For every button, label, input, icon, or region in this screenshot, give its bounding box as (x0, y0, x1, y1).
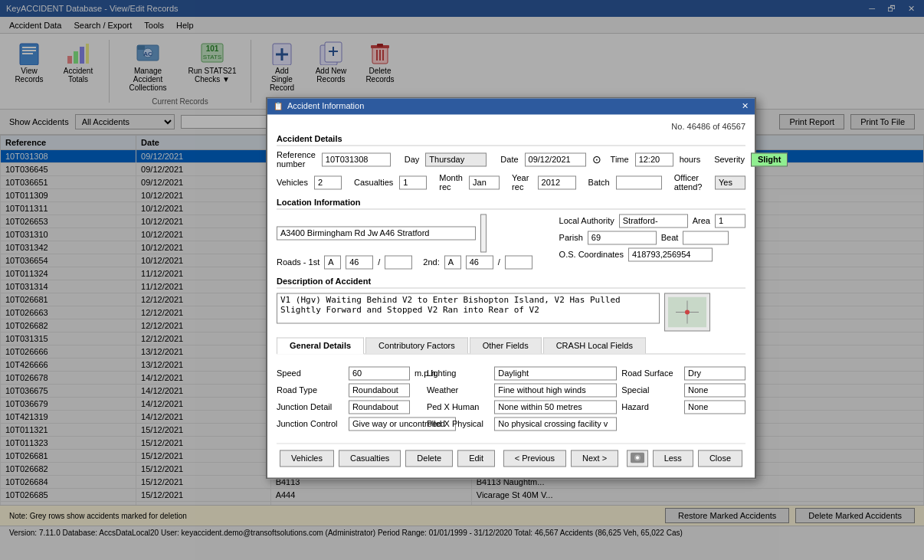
weather-label: Weather (427, 385, 490, 395)
address-scrollbar[interactable] (480, 214, 487, 252)
location-header: Location Information (277, 198, 745, 209)
local-auth-label: Local Authority (559, 216, 614, 225)
speed-input[interactable] (349, 366, 410, 380)
delete-button[interactable]: Delete (405, 450, 453, 467)
ped-x-physical-label: Ped X Physical (427, 419, 490, 428)
ped-x-human-input[interactable] (494, 400, 617, 414)
time-input[interactable] (635, 152, 673, 166)
month-rec-input[interactable] (469, 175, 500, 189)
month-rec-label: Month rec (439, 173, 463, 192)
batch-input[interactable] (616, 175, 662, 189)
vehicles-label: Vehicles (277, 178, 308, 187)
day-input[interactable] (425, 152, 487, 166)
tab-other-fields[interactable]: Other Fields (470, 337, 542, 353)
general-details-content: Speed m.p.h. Lighting Road Surface Road … (277, 360, 745, 437)
hazard-label: Hazard (621, 402, 680, 411)
previous-button[interactable]: < Previous (503, 450, 566, 467)
speed-label: Speed (277, 368, 344, 378)
casualties-button[interactable]: Casualties (339, 450, 401, 467)
tab-contributory-factors[interactable]: Contributory Factors (365, 337, 468, 353)
at-symbol: ⊙ (592, 153, 601, 165)
tab-crash-local[interactable]: CRASH Local Fields (543, 337, 646, 353)
road-2nd-num[interactable] (466, 255, 493, 269)
parish-input[interactable] (588, 231, 657, 244)
severity-label: Severity (714, 155, 745, 164)
tab-general-details[interactable]: General Details (277, 337, 364, 354)
weather-input[interactable] (494, 383, 617, 397)
lighting-input[interactable] (494, 366, 617, 380)
modal-overlay[interactable]: 📋 Accident Information ✕ No. 46486 of 46… (0, 0, 924, 539)
map-thumbnail[interactable] (664, 293, 710, 331)
speed-unit: m.p.h. (414, 368, 422, 378)
accident-modal: 📋 Accident Information ✕ No. 46486 of 46… (266, 97, 756, 479)
vehicles-input[interactable] (314, 175, 342, 189)
reference-input[interactable] (322, 152, 391, 166)
svg-point-34 (636, 456, 639, 459)
ped-x-physical-input[interactable] (494, 417, 617, 431)
os-input[interactable] (628, 247, 713, 261)
junction-detail-label: Junction Detail (277, 402, 344, 411)
road-1st-a[interactable] (324, 255, 341, 269)
road-surface-input[interactable] (684, 366, 745, 380)
local-auth-input[interactable] (619, 214, 688, 228)
day-label: Day (405, 155, 420, 164)
special-input[interactable] (684, 383, 745, 397)
road-2nd-a[interactable] (444, 255, 461, 269)
road-type-label: Road Type (277, 385, 344, 395)
hazard-input[interactable] (684, 400, 745, 414)
casualties-label: Casualties (354, 178, 393, 187)
date-input[interactable] (525, 152, 586, 166)
time-label: Time (611, 155, 629, 164)
road-1st-num[interactable] (346, 255, 373, 269)
beat-label: Beat (661, 233, 679, 242)
modal-title-bar: 📋 Accident Information ✕ (267, 98, 755, 114)
casualties-input[interactable] (399, 175, 427, 189)
accident-details-header: Accident Details (277, 134, 745, 146)
close-modal-button[interactable]: Close (698, 450, 742, 467)
area-input[interactable] (715, 214, 745, 228)
description-textarea[interactable] (277, 293, 660, 323)
year-rec-input[interactable] (538, 175, 576, 189)
beat-input[interactable] (683, 231, 729, 244)
less-button[interactable]: Less (653, 450, 693, 467)
modal-close-btn[interactable]: ✕ (742, 101, 749, 111)
road-surface-label: Road Surface (621, 368, 680, 378)
officer-attend-input[interactable] (715, 175, 745, 189)
photo-button[interactable] (627, 450, 648, 467)
modal-tabs: General Details Contributory Factors Oth… (277, 337, 745, 354)
road-type-input[interactable] (349, 383, 410, 397)
record-number: No. 46486 of 46567 (277, 122, 745, 131)
officer-attend-label: Officer attend? (674, 173, 709, 192)
edit-button[interactable]: Edit (457, 450, 495, 467)
address-input[interactable] (277, 226, 476, 240)
junction-detail-input[interactable] (349, 400, 410, 414)
svg-point-31 (685, 309, 690, 314)
special-label: Special (621, 385, 680, 395)
modal-buttons: Vehicles Casualties Delete Edit < Previo… (277, 443, 745, 470)
description-header: Description of Accident (277, 277, 745, 288)
ped-x-human-label: Ped X Human (427, 402, 490, 411)
date-label: Date (500, 155, 518, 164)
parish-label: Parish (559, 233, 583, 242)
area-label: Area (693, 216, 710, 225)
lighting-label: Lighting (427, 368, 490, 378)
time-unit: hours (680, 155, 701, 164)
vehicles-button[interactable]: Vehicles (280, 450, 334, 467)
batch-label: Batch (588, 178, 610, 187)
modal-title: Accident Information (287, 101, 364, 110)
road-1st-extra[interactable] (385, 255, 412, 269)
junction-control-label: Junction Control (277, 419, 344, 428)
severity-value: Slight (751, 152, 788, 166)
road-2nd-extra[interactable] (505, 255, 532, 269)
roads-label: Roads - 1st (277, 257, 319, 267)
year-rec-label: Year rec (512, 173, 532, 192)
next-button[interactable]: Next > (571, 450, 618, 467)
ref-label: Reference number (277, 150, 316, 169)
road-2nd-label: 2nd: (423, 257, 439, 267)
os-label: O.S. Coordinates (559, 250, 624, 259)
